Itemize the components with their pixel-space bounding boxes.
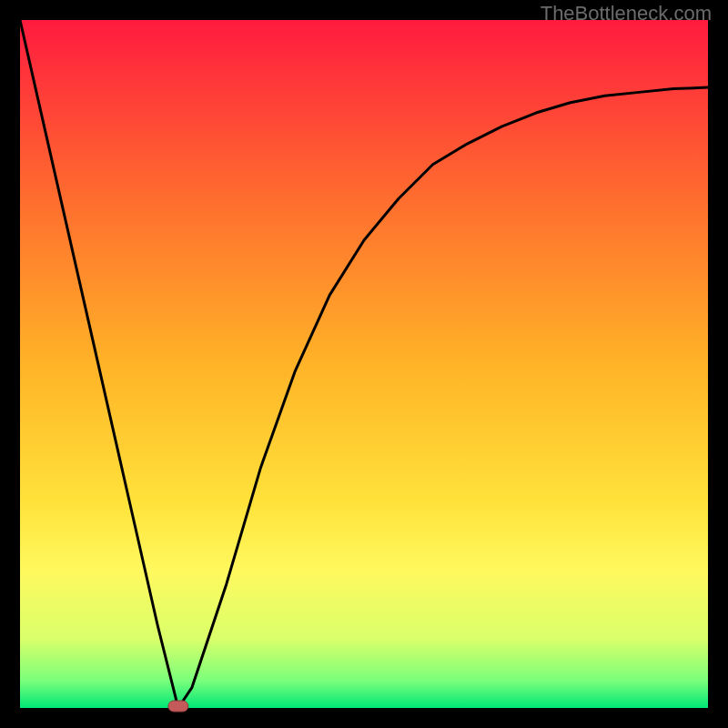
bottleneck-chart: TheBottleneck.com [0,0,728,728]
plot-background [20,20,708,708]
chart-frame [0,0,20,728]
watermark-text: TheBottleneck.com [541,2,712,25]
chart-frame [708,0,728,728]
chart-frame [0,708,728,728]
chart-canvas [0,0,728,728]
optimal-point-marker [168,701,188,712]
